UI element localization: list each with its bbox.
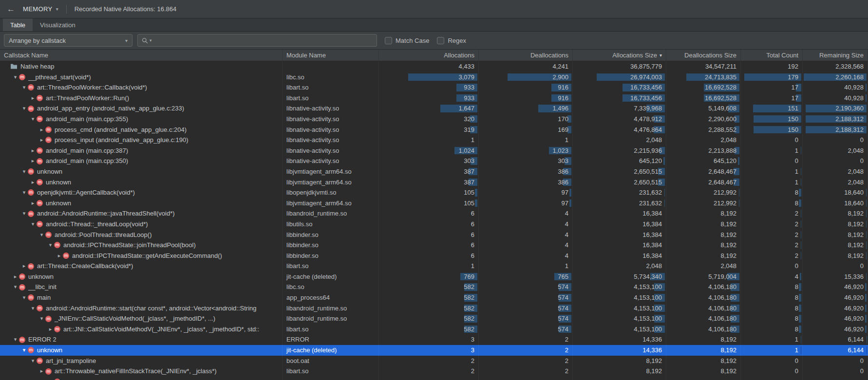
tree-collapse-icon[interactable]: ▾	[20, 166, 28, 177]
table-row[interactable]: ▸mart::ThreadPoolWorker::Run()libart.so9…	[0, 93, 868, 104]
tree-collapse-icon[interactable]: ▾	[12, 72, 19, 83]
table-row[interactable]: ▾mandroid::Thread::_threadLoop(void*)lib…	[0, 219, 868, 230]
table-row[interactable]: ▸mandroid::IPCThreadState::getAndExecute…	[0, 251, 868, 261]
table-row[interactable]: ▾mmainapp_process645825744,153,1004,106,…	[0, 292, 868, 303]
tree-collapse-icon[interactable]: ▾	[29, 219, 37, 230]
table-row[interactable]: ▾munknownjit-cache (deleted)3214,3368,19…	[0, 345, 868, 356]
table-row[interactable]: ▾mandroid::AndroidRuntime::javaThreadShe…	[0, 208, 868, 219]
tree-expand-icon[interactable]: ▸	[47, 324, 54, 335]
table-row[interactable]: ▾mart_jni_trampolineboot.oat228,1928,192…	[0, 356, 868, 366]
tree-collapse-icon[interactable]: ▾	[29, 303, 37, 314]
tree-collapse-icon[interactable]: ▾	[20, 187, 28, 198]
table-row[interactable]: ▸mprocess_cmd (android_native_app_glue.c…	[0, 125, 868, 135]
table-row[interactable]: ▾mandroid::IPCThreadState::joinThreadPoo…	[0, 240, 868, 251]
module-name: libart.so	[283, 366, 379, 377]
tree-expand-icon[interactable]: ▸	[38, 366, 45, 377]
tree-collapse-icon[interactable]: ▾	[12, 282, 19, 292]
column-header-total-count[interactable]: Total Count	[741, 50, 803, 61]
tree-collapse-icon[interactable]: ▾	[29, 114, 37, 125]
column-header-allocations-size[interactable]: Allocations Size▾	[573, 50, 666, 61]
tree-collapse-icon[interactable]: ▾	[38, 313, 45, 324]
tree-collapse-icon[interactable]: ▾	[20, 208, 28, 219]
tree-expand-icon[interactable]: ▸	[47, 377, 54, 380]
remaining-size-cell	[803, 377, 868, 380]
regex-checkbox[interactable]: Regex	[437, 37, 466, 44]
tree-collapse-icon[interactable]: ▾	[20, 103, 28, 114]
session-selector[interactable]: MEMORY ▾	[23, 5, 58, 13]
table-row[interactable]: ▾mandroid::AndroidRuntime::start(char co…	[0, 303, 868, 314]
tree-collapse-icon[interactable]: ▾	[20, 292, 28, 303]
column-header-deallocations[interactable]: Deallocations	[479, 50, 573, 61]
method-icon: m	[37, 179, 43, 185]
tree-expand-icon[interactable]: ▸	[12, 271, 19, 282]
column-header-callstack-name[interactable]: Callstack Name	[0, 50, 283, 61]
tree-expand-icon[interactable]: ▸	[29, 145, 37, 156]
callstack-cell: ▸mandroid::IPCThreadState::getAndExecute…	[0, 251, 283, 261]
cell-value: 0	[795, 157, 798, 164]
magnitude-bar	[475, 189, 477, 197]
tree-collapse-icon[interactable]: ▾	[38, 230, 45, 240]
cell-value: 2,190,360	[835, 105, 864, 112]
magnitude-bar	[801, 346, 801, 354]
table-row[interactable]: ▸mprocess_input (android_native_app_glue…	[0, 135, 868, 145]
cell-value: 46,920	[844, 305, 864, 312]
tree-expand-icon[interactable]: ▸	[29, 93, 37, 104]
cell-value: 8,192	[848, 231, 864, 238]
cell-value: 2	[795, 210, 798, 217]
tree-collapse-icon[interactable]: ▾	[29, 356, 37, 366]
table-row[interactable]: ▾m_JNIEnv::CallStaticVoidMethod(_jclass*…	[0, 313, 868, 324]
tree-expand-icon[interactable]: ▸	[38, 125, 45, 135]
column-header-deallocations-size[interactable]: Deallocations Size	[666, 50, 741, 61]
remaining-size-cell: 2,048	[803, 145, 868, 156]
match-case-checkbox[interactable]: Match Case	[385, 37, 429, 44]
tree-expand-icon[interactable]: ▸	[56, 251, 63, 261]
table-row[interactable]: ▾mandroid_app_entry (android_native_app_…	[0, 103, 868, 114]
table-row[interactable]: ▾mERROR 2ERROR3214,3368,19216,144	[0, 334, 868, 345]
tree-expand-icon[interactable]: ▸	[29, 177, 37, 188]
remaining-size-cell: 6,144	[803, 345, 868, 356]
table-row[interactable]: ▸munknownlibjvmtiagent_arm64.so10597231,…	[0, 198, 868, 209]
table-row[interactable]: ▸mandroid_main (main.cpp:387)libnative-a…	[0, 145, 868, 156]
tree-expand-icon[interactable]: ▸	[29, 156, 37, 166]
search-field[interactable]: ▾	[137, 34, 377, 47]
allocations-size-cell: 2,215,936	[573, 145, 666, 156]
table-row[interactable]: ▸mandroid_main (main.cpp:350)libnative-a…	[0, 156, 868, 166]
callstack-cell: ▾m__libc_init	[0, 282, 283, 292]
search-input[interactable]	[155, 37, 373, 44]
tree-expand-icon[interactable]: ▸	[38, 135, 45, 145]
table-row[interactable]: ▾mart::ThreadPoolWorker::Callback(void*)…	[0, 82, 868, 93]
tree-collapse-icon[interactable]: ▾	[12, 334, 19, 345]
column-header-module-name[interactable]: Module Name	[283, 50, 379, 61]
column-header-remaining-size[interactable]: Remaining Size	[803, 50, 868, 61]
table-row[interactable]: ▸mart::Thread::CreateCallback(void*)liba…	[0, 261, 868, 271]
table-row[interactable]: Native heap4,4334,24136,875,77934,547,21…	[0, 61, 868, 72]
tree-collapse-icon[interactable]: ▾	[47, 240, 54, 251]
table-row[interactable]: ▾mopenjdkjvmti::AgentCallback(void*)libo…	[0, 187, 868, 198]
table-row[interactable]: ▸mart::Throwable_nativeFillInStackTrace(…	[0, 366, 868, 377]
table-row[interactable]: ▸munknownlibjvmtiagent_arm64.so3873862,6…	[0, 177, 868, 188]
deallocations-size-cell: 2,048	[666, 135, 741, 145]
arrange-by-dropdown[interactable]: Arrange by callstack ▾	[4, 34, 132, 47]
table-row[interactable]: ▾mandroid::PoolThread::threadLoop()libbi…	[0, 230, 868, 240]
magnitude-bar	[865, 294, 867, 302]
back-arrow-icon[interactable]: ←	[7, 5, 15, 13]
table-row[interactable]: ▾munknownlibjvmtiagent_arm64.so3873862,6…	[0, 166, 868, 177]
magnitude-bar	[865, 305, 867, 312]
tree-collapse-icon[interactable]: ▾	[20, 345, 28, 356]
table-row[interactable]: ▸	[0, 377, 868, 380]
table-row[interactable]: ▸mart::JNI::CallStaticVoidMethodV(_JNIEn…	[0, 324, 868, 335]
tree-expand-icon[interactable]: ▸	[20, 261, 28, 271]
table-row[interactable]: ▸munknownjit-cache (deleted)7697655,734,…	[0, 271, 868, 282]
table-row[interactable]: ▾m__libc_initlibc.so5825744,153,1004,106…	[0, 282, 868, 292]
tab-visualization[interactable]: Visualization	[33, 18, 83, 31]
tab-table[interactable]: Table	[3, 18, 33, 31]
table-row[interactable]: ▾m__pthread_start(void*)libc.so3,0792,90…	[0, 72, 868, 83]
table-row[interactable]: ▾mandroid_main (main.cpp:355)libnative-a…	[0, 114, 868, 125]
tree-collapse-icon[interactable]: ▾	[20, 82, 28, 93]
remaining-size-cell: 0	[803, 135, 868, 145]
tree-expand-icon[interactable]: ▸	[29, 198, 37, 209]
column-header-allocations[interactable]: Allocations	[379, 50, 479, 61]
magnitude-bar	[799, 315, 801, 323]
callstack-cell: ▸mart::Thread::CreateCallback(void*)	[0, 261, 283, 271]
allocations-size-cell: 2,048	[573, 135, 666, 145]
